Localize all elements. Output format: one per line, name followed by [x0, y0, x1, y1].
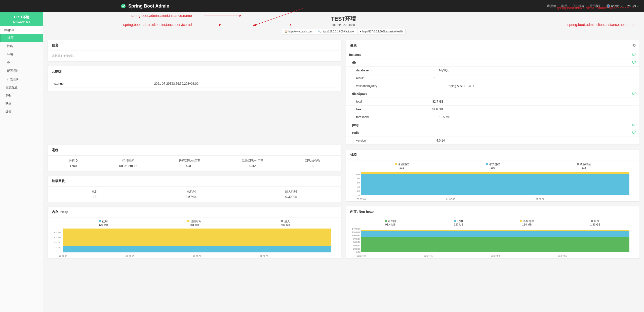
- metadata-title: 元数据: [48, 66, 341, 77]
- sidebar-item-scheduled[interactable]: 计划任务: [0, 75, 43, 83]
- heart-icon: ♥: [360, 30, 361, 33]
- health-row[interactable]: diskSpaceUP: [346, 90, 639, 98]
- topbar: Spring Boot Admin 应用墙 应用 日志报表 关于我们 👤 adm…: [0, 0, 644, 12]
- service-url-link[interactable]: 🏠http://www.baidu.com: [282, 29, 315, 34]
- nonheap-title: 内存: Non heap: [346, 206, 639, 217]
- page-id: Id: f2f4222048c8: [48, 23, 639, 27]
- health-detail: databaseMySQL: [346, 67, 639, 74]
- content: TEST环境 Id: f2f4222048c8 🏠http://www.baid…: [43, 12, 644, 312]
- sidebar-item-config-props[interactable]: 配置属性: [0, 67, 43, 75]
- gc-card: 垃圾回收 总计18总耗时0.5740s最大耗时0.3220s: [48, 176, 341, 202]
- heap-card: 内存: Heap 已用126 MB当前可用481 MB最大486 MB 0 B1…: [48, 207, 341, 258]
- health-detail: total82.7 GB: [346, 98, 639, 106]
- health-title: 健康: [350, 43, 357, 48]
- sidebar-item-cache[interactable]: 缓存: [0, 108, 43, 116]
- sidebar: TEST环境 f2f4222048c8 Insights 细节 性能 环境 类 …: [0, 12, 43, 312]
- url-links: 🏠http://www.baidu.com 🔧http://127.0.0.1:…: [48, 29, 639, 34]
- sidebar-app-header[interactable]: TEST环境 f2f4222048c8: [0, 12, 43, 26]
- sidebar-item-mappings[interactable]: 映射: [0, 99, 43, 108]
- health-row[interactable]: redisUP: [346, 129, 639, 137]
- sidebar-app-id: f2f4222048c8: [2, 20, 42, 23]
- brand[interactable]: Spring Boot Admin: [121, 4, 169, 9]
- health-url-link[interactable]: ♥http://127.0.0.1:8088/actuator/health: [357, 29, 406, 34]
- refresh-icon[interactable]: ⟲: [632, 43, 635, 48]
- process-stats: 进程ID1760运行时间0d 0h 2m 1s进程CPU使用率0.01系统CPU…: [48, 156, 341, 171]
- sidebar-section-insights[interactable]: Insights: [0, 26, 43, 34]
- nav-wallboard[interactable]: 应用墙: [547, 4, 556, 8]
- sidebar-item-jvm[interactable]: JVM: [0, 92, 43, 99]
- lang-label: zh-CN: [627, 4, 636, 8]
- health-row[interactable]: InstanceUP: [346, 51, 639, 59]
- brand-text: Spring Boot Admin: [128, 4, 169, 9]
- nav-about[interactable]: 关于我们: [589, 4, 601, 8]
- sidebar-item-metrics[interactable]: 性能: [0, 42, 43, 50]
- health-detail: free61.9 GB: [346, 106, 639, 113]
- user-dropdown[interactable]: 👤 admin ⌄: [607, 4, 622, 8]
- heap-legend: 已用126 MB当前可用481 MB最大486 MB: [48, 217, 341, 228]
- heap-chart: 0 B100 MB200 MB300 MB400 MB01:07:4001:07…: [48, 228, 341, 258]
- chevron-down-icon: ⌄: [620, 5, 622, 7]
- wrench-icon: 🔧: [318, 30, 321, 33]
- home-icon: 🏠: [285, 30, 288, 33]
- sidebar-item-beans[interactable]: 类: [0, 59, 43, 67]
- metadata-card: 元数据 startup 2021-07-29T23:56:50.293+08:0…: [48, 66, 341, 91]
- process-title: 进程: [48, 145, 341, 156]
- chevron-down-icon: ⌄: [637, 5, 639, 7]
- nonheap-legend: 元空间91.4 MB已用127 MB当前可用134 MB最大1.33 GB: [346, 217, 639, 228]
- user-icon: 👤: [607, 4, 610, 8]
- management-url-link[interactable]: 🔧http://127.0.0.1:8088/actuator: [315, 29, 357, 34]
- heap-title: 内存: Heap: [48, 207, 341, 217]
- health-detail: validationQuery/* ping */ SELECT 1: [346, 82, 639, 90]
- nonheap-chart: 0 B20 MB40 MB60 MB80 MB100 MB120 MB140 M…: [346, 228, 639, 258]
- info-title: 信息: [48, 40, 341, 51]
- threads-title: 线程: [346, 150, 639, 160]
- health-row[interactable]: pingUP: [346, 121, 639, 129]
- health-detail: version4.0.14: [346, 137, 639, 145]
- threads-legend: 活动线程111守护进程102线程峰值113: [346, 160, 639, 171]
- sidebar-app-name: TEST环境: [2, 15, 42, 20]
- gc-title: 垃圾回收: [48, 176, 341, 187]
- lang-dropdown[interactable]: zh-CN ⌄: [627, 4, 639, 8]
- topnav: 应用墙 应用 日志报表 关于我们 👤 admin ⌄ zh-CN ⌄: [547, 4, 639, 8]
- threads-card: 线程 活动线程111守护进程102线程峰值113 02040608010001:…: [346, 150, 639, 201]
- health-card: 健康 ⟲ InstanceUPdbUPdatabaseMySQLresult1v…: [346, 40, 639, 145]
- health-row[interactable]: dbUP: [346, 59, 639, 67]
- sidebar-item-details[interactable]: 细节: [0, 34, 43, 42]
- nav-journal[interactable]: 日志报表: [572, 4, 584, 8]
- info-card: 信息 未提供任何信息。: [48, 40, 341, 61]
- sidebar-item-logging[interactable]: 日志配置: [0, 83, 43, 92]
- nav-applications[interactable]: 应用: [561, 4, 567, 8]
- page-head: TEST环境 Id: f2f4222048c8 🏠http://www.baid…: [48, 12, 639, 37]
- process-card: 进程 进程ID1760运行时间0d 0h 2m 1s进程CPU使用率0.01系统…: [48, 145, 341, 171]
- health-detail: result1: [346, 74, 639, 82]
- nonheap-card: 内存: Non heap 元空间91.4 MB已用127 MB当前可用134 M…: [346, 206, 639, 258]
- threads-chart: 02040608010001:07:4001:07:4501:07:50: [346, 171, 639, 201]
- table-row: startup 2021-07-29T23:56:50.293+08:00: [52, 80, 337, 88]
- health-body: InstanceUPdbUPdatabaseMySQLresult1valida…: [346, 51, 639, 145]
- brand-icon: [121, 4, 126, 8]
- page-title: TEST环境: [48, 15, 639, 23]
- gc-stats: 总计18总耗时0.5740s最大耗时0.3220s: [48, 187, 341, 202]
- metadata-table: startup 2021-07-29T23:56:50.293+08:00: [52, 80, 337, 88]
- user-name: admin: [611, 4, 619, 8]
- sidebar-item-environment[interactable]: 环境: [0, 50, 43, 59]
- info-empty: 未提供任何信息。: [52, 54, 76, 58]
- health-detail: threshold10.5 MB: [346, 113, 639, 121]
